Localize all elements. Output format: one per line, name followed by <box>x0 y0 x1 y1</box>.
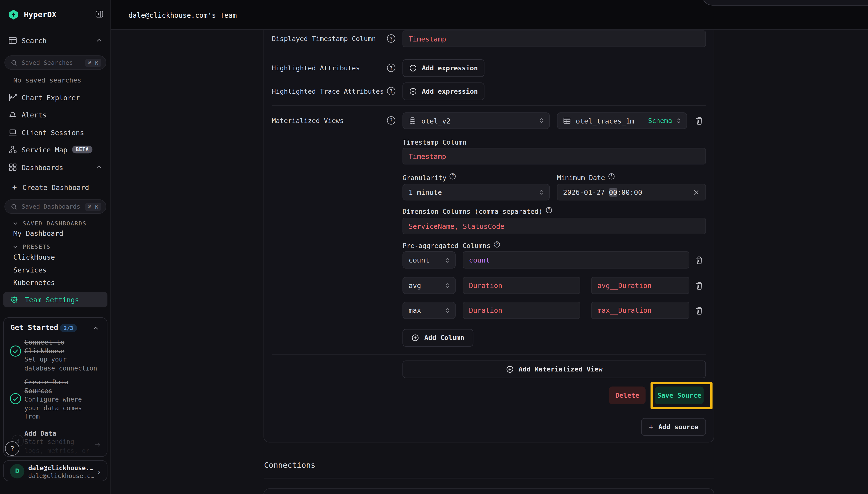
displayed-timestamp-input[interactable]: Timestamp <box>403 31 706 47</box>
dimension-columns-label: Dimension Columns (comma-separated) ? <box>403 207 552 216</box>
chevron-down-icon <box>12 220 18 226</box>
saved-searches-input[interactable]: Saved Searches ⌘ K <box>4 55 106 70</box>
divider <box>264 478 714 478</box>
get-started-item[interactable]: Connect to ClickHouse Set up your databa… <box>24 338 103 373</box>
select-chevrons-icon <box>675 117 682 125</box>
highlighted-trace-attributes-label: Highlighted Trace Attributes <box>272 87 384 96</box>
chevron-up-icon[interactable] <box>96 37 102 44</box>
plus-circle-icon <box>409 64 417 72</box>
sidebar-item-clickhouse[interactable]: ClickHouse <box>13 253 55 262</box>
granularity-label: Granularity ? <box>403 173 456 182</box>
plus-circle-icon <box>412 334 420 342</box>
chevron-up-icon[interactable] <box>96 164 102 171</box>
annotation-highlight <box>651 382 713 409</box>
select-chevrons-icon <box>538 117 545 125</box>
chart-icon <box>8 93 17 102</box>
sidebar-item-service-map[interactable]: Service Map BETA <box>8 144 93 155</box>
presets-section[interactable]: PRESETS <box>12 243 51 250</box>
search-icon <box>11 59 18 66</box>
database-icon <box>408 117 416 125</box>
help-icon[interactable]: ? <box>387 34 395 42</box>
help-icon[interactable]: ? <box>387 63 395 72</box>
user-menu[interactable]: D dale@clickhouse.… dale@clickhouse.c… › <box>3 460 108 481</box>
search-panes-icon <box>8 36 17 45</box>
sidebar-item-kubernetes[interactable]: Kubernetes <box>13 279 55 287</box>
aggregation-expr-input[interactable]: Duration <box>463 302 580 319</box>
saved-dashboards-input[interactable]: Saved Dashboards ⌘ K <box>4 200 106 214</box>
help-button[interactable]: ? <box>5 441 19 456</box>
saved-dashboards-section[interactable]: SAVED DASHBOARDS <box>12 219 86 227</box>
chevron-up-icon[interactable] <box>92 325 99 332</box>
sidebar-item-my-dashboard[interactable]: My Dashboard <box>13 229 63 238</box>
aggregation-fn-select[interactable]: count <box>403 251 456 269</box>
collapse-sidebar-icon[interactable] <box>95 10 103 18</box>
timestamp-column-label: Timestamp Column <box>403 138 466 147</box>
help-icon[interactable]: ? <box>387 116 395 125</box>
bell-icon <box>8 110 17 119</box>
clear-date-icon[interactable] <box>693 189 700 196</box>
avatar: D <box>10 464 24 478</box>
progress-badge: 2/3 <box>60 324 77 332</box>
displayed-timestamp-label: Displayed Timestamp Column <box>272 34 376 43</box>
add-expression-button[interactable]: Add expression <box>403 59 484 77</box>
aggregation-alias-input[interactable]: max__Duration <box>591 302 689 319</box>
select-chevrons-icon <box>444 306 450 314</box>
info-icon[interactable]: ? <box>494 241 500 247</box>
search-icon <box>11 203 18 210</box>
connections-heading: Connections <box>264 461 315 470</box>
materialized-views-label: Materialized Views <box>272 116 344 125</box>
database-select[interactable]: otel_v2 <box>403 112 550 129</box>
sidebar-item-services[interactable]: Services <box>13 266 46 275</box>
sidebar-item-search[interactable]: Search <box>8 35 46 46</box>
selected-hour: 00 <box>609 188 617 196</box>
table-select[interactable]: otel_traces_1m Schema <box>557 112 687 129</box>
delete-source-button[interactable]: Delete <box>609 386 645 404</box>
get-started-title: Get Started <box>11 323 58 332</box>
minimum-date-input[interactable]: 2026-01-27 00:00:00 <box>557 184 706 201</box>
delete-column-icon[interactable] <box>695 306 704 315</box>
sidebar-item-client-sessions[interactable]: Client Sessions <box>8 127 84 138</box>
plus-circle-icon <box>506 365 514 373</box>
info-icon[interactable]: ? <box>546 207 552 213</box>
get-started-item[interactable]: Create Data Sources Configure where your… <box>24 378 103 421</box>
toast-pill <box>702 0 868 5</box>
timestamp-column-input[interactable]: Timestamp <box>403 148 706 164</box>
schema-badge[interactable]: Schema <box>648 117 672 125</box>
create-dashboard-button[interactable]: + Create Dashboard <box>12 182 89 193</box>
granularity-select[interactable]: 1 minute <box>403 184 550 201</box>
info-icon[interactable]: ? <box>450 173 456 179</box>
delete-column-icon[interactable] <box>695 256 704 265</box>
aggregation-fn-select[interactable]: max <box>403 302 456 319</box>
add-source-button[interactable]: + Add source <box>641 418 706 436</box>
add-expression-button[interactable]: Add expression <box>403 82 484 100</box>
user-name: dale@clickhouse.… <box>28 464 93 472</box>
aggregation-fn-select[interactable]: avg <box>403 277 456 294</box>
divider <box>272 355 706 355</box>
aggregation-expr-input[interactable]: Duration <box>463 277 580 294</box>
sidebar-item-alerts[interactable]: Alerts <box>8 109 46 120</box>
minimum-date-label: Minimum Date ? <box>557 173 615 182</box>
get-started-panel: Get Started 2/3 Connect to ClickHouse Se… <box>3 317 108 457</box>
chevron-down-icon <box>12 243 18 249</box>
sidebar-item-team-settings[interactable]: Team Settings <box>3 292 108 307</box>
sidebar-item-dashboards[interactable]: Dashboards <box>8 162 63 173</box>
info-icon[interactable]: ? <box>608 173 614 179</box>
select-chevrons-icon <box>444 282 450 289</box>
no-saved-searches-text: No saved searches <box>13 76 81 86</box>
delete-view-icon[interactable] <box>695 116 704 125</box>
sidebar-item-chart-explorer[interactable]: Chart Explorer <box>8 92 80 103</box>
add-column-button[interactable]: Add Column <box>403 329 473 347</box>
aggregation-expr-input[interactable]: count <box>463 251 689 269</box>
hyperdx-logo-icon <box>8 9 19 20</box>
table-icon <box>563 117 571 125</box>
help-icon[interactable]: ? <box>387 87 395 95</box>
aggregation-alias-input[interactable]: avg__Duration <box>591 277 689 294</box>
brand[interactable]: HyperDX <box>8 9 57 20</box>
plus-icon: + <box>649 422 653 431</box>
fade-overlay <box>4 433 107 456</box>
gear-icon <box>10 296 18 304</box>
delete-column-icon[interactable] <box>695 281 704 290</box>
add-materialized-view-button[interactable]: Add Materialized View <box>403 361 706 378</box>
dimension-columns-input[interactable]: ServiceName, StatusCode <box>403 217 706 234</box>
main-content: Displayed Timestamp Column ? Timestamp H… <box>111 30 868 494</box>
